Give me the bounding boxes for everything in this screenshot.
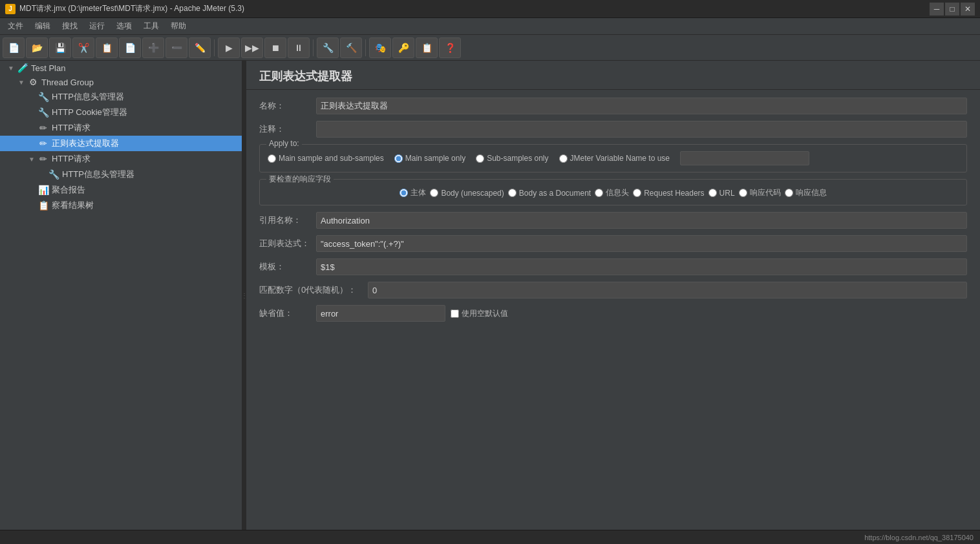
toolbar-btn-21[interactable]: ❓ (439, 37, 461, 58)
toolbar-btn-1[interactable]: 📂 (26, 37, 48, 58)
regex-label: 正则表达式： (259, 238, 311, 249)
toolbar: 📄📂💾✂️📋📄➕➖✏️▶▶▶⏹⏸🔧🔨🎭🔑📋❓ (0, 35, 980, 61)
sidebar-item-http-cookie[interactable]: 🔧HTTP Cookie管理器 (0, 105, 242, 120)
toolbar-separator (365, 39, 366, 56)
radio-info-head-label: 信息头 (606, 187, 629, 198)
radio-main-only-input[interactable] (394, 154, 403, 163)
radio-main-only[interactable]: Main sample only (394, 154, 465, 163)
radio-response-code-label: 响应代码 (750, 187, 781, 198)
template-input[interactable] (316, 258, 967, 275)
use-empty-checkbox[interactable] (451, 309, 459, 318)
sidebar-item-http-request1[interactable]: ✏HTTP请求 (0, 120, 242, 136)
radio-request-headers[interactable]: Request Headers (633, 189, 704, 198)
sidebar-item-http-header[interactable]: 🔧HTTP信息头管理器 (0, 89, 242, 105)
menu-item-选项[interactable]: 选项 (111, 19, 137, 33)
ref-name-input[interactable] (316, 212, 967, 229)
response-section-label: 要检查的响应字段 (266, 174, 334, 185)
tree-item-label: 聚合报告 (52, 184, 85, 196)
toolbar-btn-18[interactable]: 🎭 (369, 37, 391, 58)
toolbar-btn-19[interactable]: 🔑 (392, 37, 414, 58)
use-empty-text: 使用空默认值 (462, 308, 508, 319)
toolbar-btn-8[interactable]: ✏️ (189, 37, 211, 58)
toolbar-btn-3[interactable]: ✂️ (72, 37, 94, 58)
radio-response-msg-label: 响应信息 (796, 187, 827, 198)
ref-name-label: 引用名称： (259, 214, 311, 226)
toolbar-btn-15[interactable]: 🔧 (317, 37, 339, 58)
radio-sub-only[interactable]: Sub-samples only (476, 154, 548, 163)
toolbar-btn-7[interactable]: ➖ (165, 37, 187, 58)
sidebar-item-aggregate[interactable]: 📊聚合报告 (0, 182, 242, 198)
tree-item-label: 察看结果树 (52, 200, 94, 211)
radio-body-input[interactable] (399, 189, 408, 197)
use-empty-label[interactable]: 使用空默认值 (451, 308, 508, 319)
radio-body-as-doc[interactable]: Body as a Document (508, 189, 591, 198)
tree-arrow: ▼ (18, 79, 25, 86)
radio-main-sub[interactable]: Main sample and sub-samples (268, 154, 384, 163)
radio-response-msg-input[interactable] (785, 189, 793, 197)
sidebar-item-http-header2[interactable]: 🔧HTTP信息头管理器 (0, 167, 242, 182)
jmeter-var-input[interactable] (680, 151, 809, 165)
radio-jmeter-var[interactable]: JMeter Variable Name to use (559, 154, 670, 163)
radio-body[interactable]: 主体 (399, 187, 426, 198)
title-bar: J MDT请求.jmx (D:\jmeterTest\MDT请求.jmx) - … (0, 0, 980, 18)
toolbar-btn-11[interactable]: ▶▶ (241, 37, 263, 58)
sidebar-item-test-plan[interactable]: ▼🧪Test Plan (0, 61, 242, 75)
radio-response-code[interactable]: 响应代码 (739, 187, 781, 198)
radio-url-input[interactable] (708, 189, 717, 197)
response-section: 要检查的响应字段 主体 Body (unescaped) Body as a D… (259, 179, 967, 205)
toolbar-btn-20[interactable]: 📋 (416, 37, 438, 58)
regex-input[interactable] (316, 235, 967, 252)
radio-body-unescaped[interactable]: Body (unescaped) (430, 189, 504, 198)
toolbar-btn-13[interactable]: ⏸ (288, 37, 310, 58)
content-pane: 正则表达式提取器 名称： 注释： Apply to: Main sample a… (246, 61, 980, 530)
menu-item-帮助[interactable]: 帮助 (165, 19, 191, 33)
tree-item-icon: 🔧 (48, 169, 59, 180)
default-input[interactable] (316, 305, 445, 322)
menu-item-运行[interactable]: 运行 (84, 19, 110, 33)
radio-sub-only-input[interactable] (476, 154, 484, 163)
radio-jmeter-var-input[interactable] (559, 154, 568, 163)
close-button[interactable]: ✕ (961, 3, 975, 16)
title-bar-left: J MDT请求.jmx (D:\jmeterTest\MDT请求.jmx) - … (5, 3, 244, 14)
sidebar-item-regex-extractor[interactable]: ✏正则表达式提取器 (0, 136, 242, 151)
menu-item-搜找[interactable]: 搜找 (57, 19, 83, 33)
toolbar-btn-16[interactable]: 🔨 (340, 37, 362, 58)
tree-item-icon: 🔧 (37, 107, 49, 118)
menu-item-文件[interactable]: 文件 (3, 19, 28, 33)
toolbar-btn-4[interactable]: 📋 (96, 37, 118, 58)
tree-item-label: Test Plan (31, 63, 65, 73)
tree-item-icon: ✏ (37, 123, 49, 133)
toolbar-btn-5[interactable]: 📄 (119, 37, 141, 58)
menu-item-工具[interactable]: 工具 (138, 19, 164, 33)
ref-name-row: 引用名称： (259, 212, 967, 229)
radio-body-unescaped-input[interactable] (430, 189, 438, 197)
radio-body-as-doc-input[interactable] (508, 189, 517, 197)
match-no-input[interactable] (368, 282, 967, 298)
comment-input[interactable] (316, 121, 967, 138)
radio-response-code-input[interactable] (739, 189, 747, 197)
tree-item-icon: 📊 (37, 185, 49, 195)
template-label: 模板： (259, 261, 311, 273)
tree-arrow: ▼ (28, 156, 35, 163)
radio-url[interactable]: URL (708, 189, 735, 198)
toolbar-btn-12[interactable]: ⏹ (264, 37, 286, 58)
radio-info-head-input[interactable] (595, 189, 603, 197)
sidebar-item-thread-group[interactable]: ▼⚙Thread Group (0, 75, 242, 89)
radio-main-sub-input[interactable] (268, 154, 276, 163)
template-row: 模板： (259, 258, 967, 275)
name-input[interactable] (316, 98, 967, 114)
toolbar-btn-2[interactable]: 💾 (49, 37, 71, 58)
tree-item-label: 正则表达式提取器 (52, 138, 119, 149)
toolbar-btn-10[interactable]: ▶ (218, 37, 240, 58)
toolbar-btn-0[interactable]: 📄 (3, 37, 25, 58)
radio-info-head[interactable]: 信息头 (595, 187, 629, 198)
minimize-button[interactable]: ─ (930, 3, 944, 16)
toolbar-btn-6[interactable]: ➕ (142, 37, 164, 58)
sidebar-item-view-results[interactable]: 📋察看结果树 (0, 198, 242, 213)
menu-item-编辑[interactable]: 编辑 (30, 19, 56, 33)
radio-request-headers-input[interactable] (633, 189, 641, 197)
window-controls: ─ □ ✕ (930, 3, 975, 16)
sidebar-item-http-request2[interactable]: ▼✏HTTP请求 (0, 151, 242, 167)
maximize-button[interactable]: □ (945, 3, 959, 16)
radio-response-msg[interactable]: 响应信息 (785, 187, 827, 198)
